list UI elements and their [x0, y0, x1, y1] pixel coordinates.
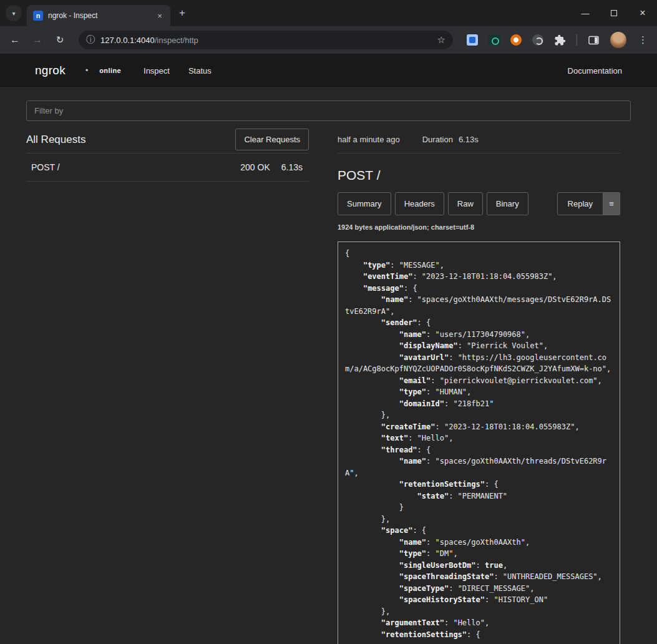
main-content: All Requests Clear Requests POST / 200 O…: [0, 88, 657, 644]
back-icon: ←: [10, 34, 20, 46]
extension-icon-2[interactable]: [489, 34, 500, 46]
requests-panel: All Requests Clear Requests POST / 200 O…: [26, 126, 309, 644]
status-dot-icon: •: [85, 66, 88, 75]
all-requests-title: All Requests: [26, 134, 85, 146]
filter-input[interactable]: [26, 100, 631, 121]
minimize-icon: —: [582, 9, 590, 18]
request-method-path: POST /: [31, 162, 60, 172]
browser-menu-icon[interactable]: ⋮: [637, 34, 649, 46]
nav-inspect[interactable]: Inspect: [144, 66, 170, 76]
maximize-button[interactable]: [600, 0, 628, 26]
new-tab-button[interactable]: +: [174, 5, 190, 21]
address-bar[interactable]: ⓘ 127.0.0.1:4040/inspect/http ☆: [79, 31, 453, 49]
forward-icon: →: [32, 34, 42, 46]
window-controls: — ×: [571, 0, 657, 26]
minimize-button[interactable]: —: [571, 0, 600, 26]
extensions-puzzle-icon[interactable]: [554, 34, 566, 46]
maximize-icon: [611, 10, 617, 16]
json-body: { "type": "MESSAGE", "eventTime": "2023-…: [345, 248, 613, 640]
nav-documentation[interactable]: Documentation: [568, 66, 622, 76]
request-row[interactable]: POST / 200 OK 6.13s: [26, 154, 309, 182]
replay-split-button: Replay ≡: [557, 192, 620, 215]
profile-avatar[interactable]: [610, 32, 626, 48]
close-window-button[interactable]: ×: [628, 0, 657, 26]
browser-tab-strip: ▾ n ngrok - Inspect × + — ×: [0, 0, 657, 26]
url-text: 127.0.0.1:4040/inspect/http: [100, 36, 198, 45]
replay-menu-button[interactable]: ≡: [603, 192, 620, 215]
ngrok-brand[interactable]: ngrok: [35, 64, 66, 77]
request-status: 200 OK: [240, 162, 270, 172]
back-button[interactable]: ←: [5, 30, 25, 50]
site-info-icon[interactable]: ⓘ: [86, 34, 95, 46]
tab-title: ngrok - Inspect: [48, 11, 154, 20]
tab-binary[interactable]: Binary: [487, 192, 528, 215]
request-age: half a minute ago: [338, 135, 400, 144]
extension-icon-4[interactable]: [532, 34, 543, 46]
response-body-box: { "type": "MESSAGE", "eventTime": "2023-…: [338, 242, 620, 644]
tab-search-button[interactable]: ▾: [6, 5, 22, 21]
body-meta: 1924 bytes application/json; charset=utf…: [338, 223, 620, 231]
app-header: ngrok • online Inspect Status Documentat…: [0, 54, 657, 88]
tab-raw[interactable]: Raw: [448, 192, 483, 215]
request-detail-panel: half a minute ago Duration 6.13s POST / …: [338, 126, 620, 644]
clear-requests-button[interactable]: Clear Requests: [235, 129, 309, 150]
ngrok-favicon-icon: n: [33, 11, 43, 21]
extension-icon-3[interactable]: [510, 34, 522, 46]
close-icon: ×: [640, 7, 645, 19]
side-panel-icon[interactable]: [588, 34, 600, 46]
status-online-label: online: [99, 67, 121, 74]
reload-icon: ↻: [56, 34, 64, 46]
plus-icon: +: [179, 7, 185, 19]
toolbar-separator: [577, 34, 577, 46]
tab-headers[interactable]: Headers: [395, 192, 444, 215]
reload-button[interactable]: ↻: [50, 30, 70, 50]
chevron-down-icon: ▾: [12, 10, 15, 17]
request-duration: 6.13s: [281, 162, 303, 172]
tab-close-icon[interactable]: ×: [154, 10, 165, 21]
forward-button[interactable]: →: [27, 30, 47, 50]
menu-icon: ≡: [609, 199, 614, 208]
extensions-area: ⋮: [467, 32, 649, 48]
duration-label: Duration: [422, 135, 453, 144]
replay-button[interactable]: Replay: [557, 192, 603, 215]
tab-summary[interactable]: Summary: [338, 192, 391, 215]
nav-status[interactable]: Status: [188, 66, 212, 76]
duration-value: 6.13s: [459, 135, 479, 144]
browser-toolbar: ← → ↻ ⓘ 127.0.0.1:4040/inspect/http ☆ ⋮: [0, 26, 657, 54]
detail-tabs: Summary Headers Raw Binary Replay ≡: [338, 192, 620, 215]
detail-title: POST /: [338, 168, 620, 183]
url-path: /inspect/http: [155, 36, 198, 45]
bookmark-star-icon[interactable]: ☆: [437, 34, 445, 46]
extension-icon-1[interactable]: [467, 34, 478, 46]
url-host: 127.0.0.1:4040: [100, 36, 155, 45]
browser-tab[interactable]: n ngrok - Inspect ×: [27, 5, 170, 26]
